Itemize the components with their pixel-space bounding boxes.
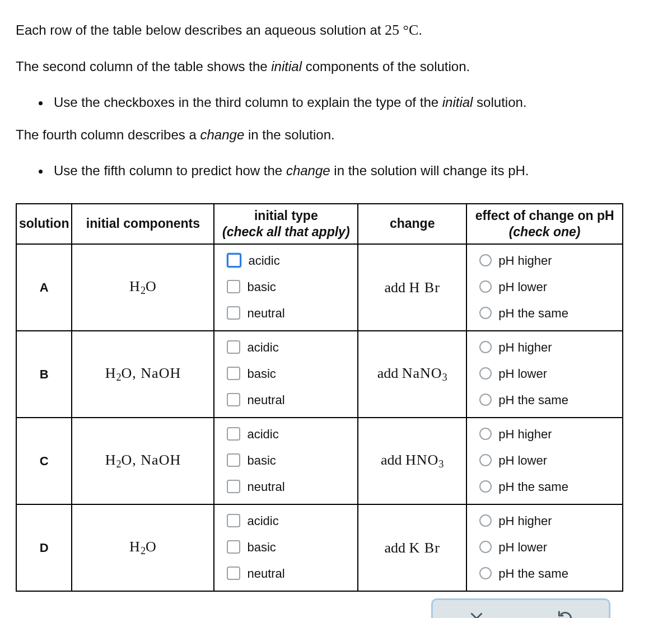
radio-D-lower[interactable] — [479, 541, 492, 553]
checkbox-A-basic[interactable] — [227, 280, 240, 293]
label-basic: basic — [247, 278, 276, 296]
solution-id-A: A — [16, 244, 72, 331]
label-lower: pH lower — [498, 538, 547, 556]
checkbox-B-neutral[interactable] — [227, 393, 240, 406]
checkbox-C-basic[interactable] — [227, 453, 240, 467]
radio-A-lower[interactable] — [479, 280, 492, 293]
label-lower: pH lower — [498, 278, 547, 296]
instr-line3b: in the solution. — [244, 127, 334, 142]
table-row: C H2O, NaOH acidic basic neutral add HNO… — [16, 418, 623, 504]
th-change: change — [358, 204, 466, 244]
th-type-main: initial type — [254, 208, 318, 223]
change-D: add K Br — [358, 504, 466, 591]
instr-line2-italic: initial — [271, 59, 302, 74]
table-row: A H2O acidic basic neutral add H Br pH h… — [16, 244, 623, 331]
action-bar — [431, 598, 610, 619]
checkbox-B-basic[interactable] — [227, 367, 240, 380]
label-higher: pH higher — [498, 251, 552, 270]
radio-A-higher[interactable] — [479, 254, 492, 266]
components-D: H2O — [72, 504, 214, 591]
instr-line1a: Each row of the table below describes an… — [16, 22, 385, 38]
label-same: pH the same — [498, 564, 568, 583]
instr-line1b: . — [418, 22, 422, 38]
label-neutral: neutral — [247, 391, 284, 409]
label-neutral: neutral — [247, 304, 284, 322]
close-icon[interactable] — [468, 610, 485, 619]
solution-id-D: D — [16, 504, 72, 591]
checkbox-A-neutral[interactable] — [227, 306, 240, 320]
label-acidic: acidic — [247, 338, 278, 357]
label-acidic: acidic — [247, 512, 278, 530]
radio-B-higher[interactable] — [479, 341, 492, 353]
instr-line2b: components of the solution. — [302, 59, 470, 74]
checkbox-D-neutral[interactable] — [227, 566, 240, 580]
change-A: add H Br — [358, 244, 466, 331]
radio-C-higher[interactable] — [479, 428, 492, 440]
radio-B-same[interactable] — [479, 394, 492, 406]
checkbox-A-acidic[interactable] — [227, 253, 241, 268]
instr-line3a: The fourth column describes a — [16, 127, 200, 142]
instr-line3-italic: change — [200, 127, 245, 142]
label-higher: pH higher — [498, 338, 552, 357]
label-same: pH the same — [498, 391, 568, 409]
radio-D-same[interactable] — [479, 567, 492, 579]
label-lower: pH lower — [498, 451, 547, 470]
label-acidic: acidic — [247, 425, 278, 443]
checkbox-B-acidic[interactable] — [227, 340, 240, 354]
components-A: H2O — [72, 244, 214, 331]
label-same: pH the same — [498, 304, 568, 322]
label-acidic: acidic — [248, 251, 279, 270]
th-effect: effect of change on pH (check one) — [466, 204, 623, 244]
label-higher: pH higher — [498, 425, 552, 443]
radio-B-lower[interactable] — [479, 367, 492, 380]
checkbox-C-neutral[interactable] — [227, 480, 240, 493]
th-effect-sub: (check one) — [469, 224, 620, 240]
components-C: H2O, NaOH — [72, 418, 214, 504]
label-basic: basic — [247, 364, 276, 383]
instructions-block: Each row of the table below describes an… — [16, 19, 656, 181]
label-neutral: neutral — [247, 564, 284, 583]
label-basic: basic — [247, 538, 276, 556]
th-type-sub: (check all that apply) — [217, 224, 355, 240]
instr-bullet2a: Use the fifth column to predict how the — [54, 163, 286, 178]
th-effect-main: effect of change on pH — [475, 208, 614, 223]
label-basic: basic — [247, 451, 276, 470]
instr-line2a: The second column of the table shows the — [16, 59, 271, 74]
instr-bullet2-italic: change — [286, 163, 330, 178]
label-neutral: neutral — [247, 477, 284, 496]
checkbox-D-basic[interactable] — [227, 540, 240, 554]
radio-A-same[interactable] — [479, 307, 492, 319]
table-row: B H2O, NaOH acidic basic neutral add NaN… — [16, 331, 623, 418]
checkbox-D-acidic[interactable] — [227, 514, 240, 527]
label-higher: pH higher — [498, 512, 552, 530]
checkbox-C-acidic[interactable] — [227, 427, 240, 441]
radio-C-same[interactable] — [479, 480, 492, 493]
radio-D-higher[interactable] — [479, 514, 492, 527]
table-row: D H2O acidic basic neutral add K Br pH h… — [16, 504, 623, 591]
change-C: add HNO3 — [358, 418, 466, 504]
label-lower: pH lower — [498, 364, 547, 383]
instr-bullet2b: in the solution will change its pH. — [330, 163, 529, 178]
instr-bullet1a: Use the checkboxes in the third column t… — [54, 95, 442, 110]
instr-line1-temp: 25 °C — [385, 22, 418, 38]
change-B: add NaNO3 — [358, 331, 466, 418]
th-solution: solution — [16, 204, 72, 244]
radio-C-lower[interactable] — [479, 454, 492, 466]
instr-bullet1-italic: initial — [442, 95, 473, 110]
solution-table: solution initial components initial type… — [16, 203, 623, 592]
instr-bullet1b: solution. — [473, 95, 526, 110]
th-type: initial type (check all that apply) — [214, 204, 358, 244]
solution-id-B: B — [16, 331, 72, 418]
components-B: H2O, NaOH — [72, 331, 214, 418]
solution-id-C: C — [16, 418, 72, 504]
undo-icon[interactable] — [556, 610, 574, 619]
label-same: pH the same — [498, 477, 568, 496]
th-components: initial components — [72, 204, 214, 244]
